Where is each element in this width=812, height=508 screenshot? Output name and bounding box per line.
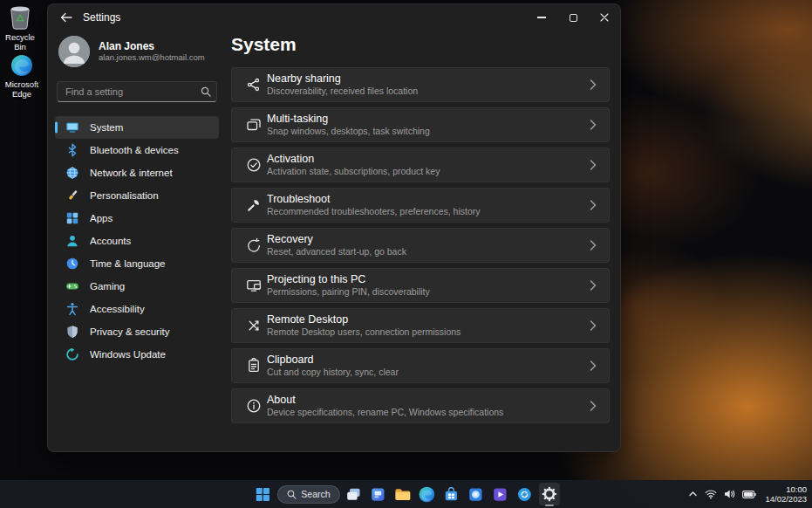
microsoft-store-button[interactable] xyxy=(441,483,462,505)
network-globe-icon xyxy=(65,166,79,180)
desktop-icon-microsoft-edge[interactable]: Microsoft Edge xyxy=(2,54,42,99)
card-subtitle: Remote Desktop users, connection permiss… xyxy=(267,326,461,338)
page-title: System xyxy=(231,34,610,55)
gamepad-icon xyxy=(65,279,79,293)
gear-icon xyxy=(542,486,557,502)
chevron-right-icon xyxy=(590,240,597,251)
system-icon xyxy=(65,120,79,134)
card-title: Recovery xyxy=(267,233,406,246)
tray-chevron-up-button[interactable] xyxy=(688,483,698,505)
titlebar: Settings xyxy=(48,4,620,31)
multi-tasking-icon xyxy=(246,117,262,133)
pinned-app-2-icon xyxy=(492,486,508,503)
taskbar-search[interactable]: Search xyxy=(276,485,339,504)
card-subtitle: Device specifications, rename PC, Window… xyxy=(267,407,503,418)
accessibility-person-icon xyxy=(65,302,79,316)
taskbar-pinned-app-3[interactable] xyxy=(515,483,536,505)
desktop-icon-recycle-bin[interactable]: Recycle Bin xyxy=(0,5,40,51)
sidebar-item-system[interactable]: System xyxy=(55,116,219,139)
card-title: Remote Desktop xyxy=(267,313,461,326)
settings-card-troubleshoot[interactable]: Troubleshoot Recommended troubleshooters… xyxy=(231,188,610,223)
task-view-button[interactable] xyxy=(344,483,365,505)
sidebar-item-apps[interactable]: Apps xyxy=(55,207,219,230)
pinned-app-3-icon xyxy=(516,486,533,503)
avatar xyxy=(58,36,90,67)
wifi-icon xyxy=(705,489,717,499)
recycle-bin-icon xyxy=(9,5,31,30)
maximize-icon xyxy=(570,14,577,22)
chevron-right-icon xyxy=(590,320,597,331)
nearby-sharing-icon xyxy=(246,77,262,93)
close-button[interactable] xyxy=(589,4,620,31)
card-subtitle: Activation state, subscriptions, product… xyxy=(267,166,440,177)
start-button[interactable] xyxy=(252,483,273,505)
card-title: Multi-tasking xyxy=(267,113,430,126)
card-subtitle: Snap windows, desktops, task switching xyxy=(267,126,430,137)
bluetooth-icon xyxy=(65,143,79,157)
card-subtitle: Discoverability, received files location xyxy=(267,86,418,97)
selection-indicator xyxy=(55,122,58,134)
shield-icon xyxy=(65,325,79,339)
taskbar: Search xyxy=(0,480,812,508)
windows-logo-icon xyxy=(256,487,270,502)
settings-card-multi-tasking[interactable]: Multi-tasking Snap windows, desktops, ta… xyxy=(231,107,610,142)
taskbar-clock[interactable]: 10:00 14/02/2023 xyxy=(765,484,807,505)
microsoft-edge-icon xyxy=(419,486,435,503)
card-subtitle: Reset, advanced start-up, go back xyxy=(267,246,406,257)
settings-card-nearby-sharing[interactable]: Nearby sharing Discoverability, received… xyxy=(231,67,610,102)
search-input[interactable] xyxy=(57,81,217,102)
clock-time: 10:00 xyxy=(765,484,807,495)
sidebar-item-accounts[interactable]: Accounts xyxy=(55,230,219,252)
close-icon xyxy=(600,13,609,22)
chevron-right-icon xyxy=(590,360,597,371)
card-title: About xyxy=(267,394,503,407)
minimize-icon xyxy=(537,17,546,17)
chevron-right-icon xyxy=(590,120,597,130)
card-title: Troubleshoot xyxy=(267,193,481,206)
taskbar-pinned-app-1[interactable] xyxy=(368,483,389,505)
sidebar-item-windows-update[interactable]: Windows Update xyxy=(55,343,219,366)
chevron-right-icon xyxy=(590,79,597,90)
settings-card-projecting[interactable]: Projecting to this PC Permissions, pairi… xyxy=(231,268,610,303)
store-bag-icon xyxy=(443,486,460,503)
settings-card-remote-desktop[interactable]: Remote Desktop Remote Desktop users, con… xyxy=(231,308,610,343)
accounts-person-icon xyxy=(65,234,79,248)
edge-button[interactable] xyxy=(417,483,438,505)
volume-tray-button[interactable] xyxy=(724,483,735,505)
chevron-right-icon xyxy=(590,401,597,411)
back-button[interactable] xyxy=(53,4,79,31)
settings-card-recovery[interactable]: Recovery Reset, advanced start-up, go ba… xyxy=(231,228,610,263)
battery-tray-button[interactable] xyxy=(742,483,756,505)
sidebar-item-network-internet[interactable]: Network & internet xyxy=(55,161,219,184)
settings-card-clipboard[interactable]: Clipboard Cut and copy history, sync, cl… xyxy=(231,348,610,383)
troubleshoot-wrench-icon xyxy=(246,197,262,213)
folder-icon xyxy=(394,487,412,502)
network-tray-button[interactable] xyxy=(705,483,717,505)
sidebar-item-time-language[interactable]: Time & language xyxy=(55,252,219,275)
settings-card-activation[interactable]: Activation Activation state, subscriptio… xyxy=(231,148,610,182)
file-explorer-button[interactable] xyxy=(392,483,413,505)
remote-desktop-icon xyxy=(246,318,262,333)
chevron-up-icon xyxy=(688,490,698,498)
sidebar-item-personalisation[interactable]: Personalisation xyxy=(55,184,219,207)
settings-card-about[interactable]: About Device specifications, rename PC, … xyxy=(231,388,610,423)
desktop-icon-label: Microsoft Edge xyxy=(2,79,42,99)
user-profile[interactable]: Alan Jones alan.jones.wm@hotmail.com xyxy=(55,31,219,69)
minimize-button[interactable] xyxy=(526,4,557,31)
maximize-button[interactable] xyxy=(557,4,589,31)
clock-icon xyxy=(65,257,79,271)
sidebar-item-bluetooth-devices[interactable]: Bluetooth & devices xyxy=(55,139,219,161)
activation-check-icon xyxy=(246,157,262,173)
taskbar-pinned-app-2[interactable] xyxy=(490,483,511,505)
microsoft-edge-icon xyxy=(10,54,33,77)
sidebar-item-accessibility[interactable]: Accessibility xyxy=(55,298,219,320)
apps-grid-icon xyxy=(65,211,79,225)
profile-name: Alan Jones xyxy=(99,40,205,52)
sidebar-item-privacy-security[interactable]: Privacy & security xyxy=(55,320,219,343)
sidebar-item-gaming[interactable]: Gaming xyxy=(55,275,219,298)
desktop-icon-label: Recycle Bin xyxy=(0,32,40,51)
search-box xyxy=(57,81,217,102)
photos-button[interactable] xyxy=(466,483,487,505)
info-icon xyxy=(246,398,262,414)
settings-taskbar-button[interactable] xyxy=(539,483,560,505)
